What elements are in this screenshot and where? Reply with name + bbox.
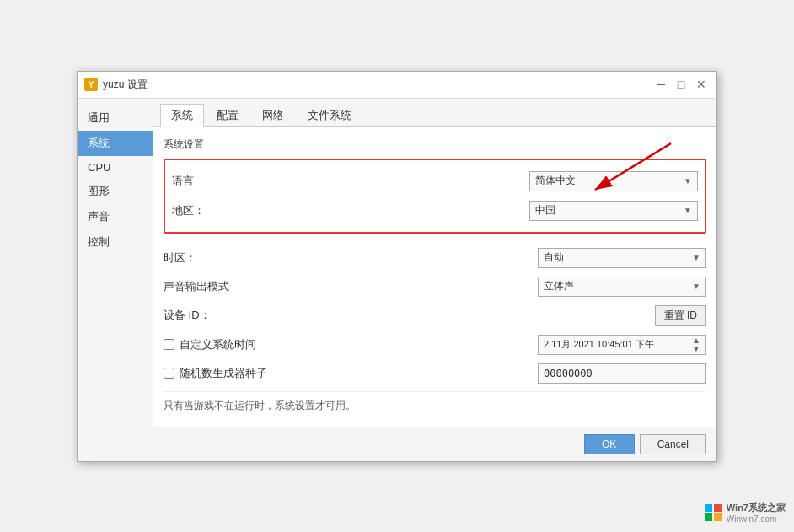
audio-control: 立体声 ▼ [538, 277, 706, 297]
audio-label: 声音输出模式 [164, 279, 538, 294]
sidebar-item-graphics[interactable]: 图形 [78, 179, 153, 204]
section-title: 系统设置 [164, 137, 706, 152]
custom-time-row: 自定义系统时间 2 11月 2021 10:45:01 下午 ▲ ▼ [164, 330, 706, 359]
tab-filesystem[interactable]: 文件系统 [297, 104, 362, 126]
app-icon: Y [84, 78, 98, 91]
region-select-arrow: ▼ [684, 206, 692, 215]
region-label: 地区： [172, 203, 273, 218]
timezone-select-arrow: ▼ [692, 253, 700, 262]
random-seed-input[interactable] [538, 363, 706, 384]
window-body: 通用 系统 CPU 图形 声音 控制 系统 [78, 99, 716, 461]
tab-system[interactable]: 系统 [160, 104, 204, 127]
random-seed-control [538, 363, 706, 384]
device-id-label: 设备 ID： [164, 308, 655, 323]
sidebar-item-general[interactable]: 通用 [78, 105, 153, 131]
bottom-note: 只有当游戏不在运行时，系统设置才可用。 [164, 391, 706, 416]
window-title: yuzu 设置 [103, 78, 652, 92]
timezone-row: 时区： 自动 ▼ [164, 244, 706, 272]
other-settings-panel: 时区： 自动 ▼ 声音输出模式 立体声 [164, 240, 706, 391]
svg-rect-5 [714, 513, 722, 521]
datetime-input[interactable]: 2 11月 2021 10:45:01 下午 ▲ ▼ [538, 335, 706, 355]
datetime-spinner[interactable]: ▲ ▼ [692, 336, 700, 353]
tab-network[interactable]: 网络 [251, 104, 295, 126]
timezone-label: 时区： [164, 250, 538, 266]
language-control: 简体中文 ▼ [273, 171, 698, 191]
minimize-button[interactable]: ─ [652, 76, 669, 93]
language-region-panel: 语言 简体中文 ▼ 地区： 中国 [164, 159, 706, 234]
sidebar-item-system[interactable]: 系统 [78, 131, 153, 156]
random-seed-row: 随机数生成器种子 [164, 359, 706, 388]
main-content: 系统 配置 网络 文件系统 系统设置 [153, 99, 716, 461]
windows-logo-icon [703, 502, 723, 523]
svg-rect-3 [714, 504, 722, 512]
reset-id-button[interactable]: 重置 ID [655, 305, 706, 326]
footer: OK Cancel [153, 427, 716, 461]
content-area: 系统设置 语言 [153, 127, 716, 427]
random-seed-label: 随机数生成器种子 [180, 366, 538, 381]
ok-button[interactable]: OK [584, 434, 635, 454]
language-select[interactable]: 简体中文 ▼ [529, 171, 698, 191]
device-id-row: 设备 ID： 重置 ID [164, 301, 706, 330]
custom-time-checkbox[interactable] [164, 339, 174, 350]
sidebar-item-cpu[interactable]: CPU [78, 156, 153, 179]
tabs-bar: 系统 配置 网络 文件系统 [153, 99, 716, 127]
watermark-logo: Win7系统之家 Winwin7.com [703, 502, 786, 524]
sidebar: 通用 系统 CPU 图形 声音 控制 [78, 99, 153, 461]
region-row: 地区： 中国 ▼ [172, 196, 698, 225]
datetime-control: 2 11月 2021 10:45:01 下午 ▲ ▼ [538, 335, 706, 355]
maximize-button[interactable]: □ [673, 76, 689, 93]
sidebar-item-audio[interactable]: 声音 [78, 204, 153, 229]
timezone-select[interactable]: 自动 ▼ [538, 248, 706, 268]
audio-row: 声音输出模式 立体声 ▼ [164, 272, 706, 301]
region-control: 中国 ▼ [273, 201, 698, 221]
title-bar: Y yuzu 设置 ─ □ ✕ [78, 72, 716, 99]
audio-select-arrow: ▼ [692, 282, 700, 291]
window-controls: ─ □ ✕ [652, 76, 710, 93]
svg-rect-2 [705, 504, 712, 512]
language-select-arrow: ▼ [684, 176, 692, 185]
cancel-button[interactable]: Cancel [640, 434, 706, 454]
tab-config[interactable]: 配置 [206, 104, 249, 126]
sidebar-item-controls[interactable]: 控制 [78, 229, 153, 255]
custom-time-label: 自定义系统时间 [180, 337, 538, 352]
svg-rect-4 [705, 513, 712, 521]
watermark-site: Win7系统之家 [727, 502, 786, 514]
language-row: 语言 简体中文 ▼ [172, 167, 698, 196]
random-seed-checkbox[interactable] [164, 368, 174, 379]
timezone-control: 自动 ▼ [538, 248, 706, 268]
watermark-url: Winwin7.com [727, 514, 786, 524]
region-select[interactable]: 中国 ▼ [529, 201, 698, 221]
device-id-control: 重置 ID [655, 305, 706, 326]
watermark: Win7系统之家 Winwin7.com [703, 502, 786, 524]
close-button[interactable]: ✕ [693, 76, 710, 93]
language-label: 语言 [172, 174, 273, 189]
audio-select[interactable]: 立体声 ▼ [538, 277, 706, 297]
settings-window: Y yuzu 设置 ─ □ ✕ 通用 系统 CPU 图形 声音 [77, 71, 717, 462]
